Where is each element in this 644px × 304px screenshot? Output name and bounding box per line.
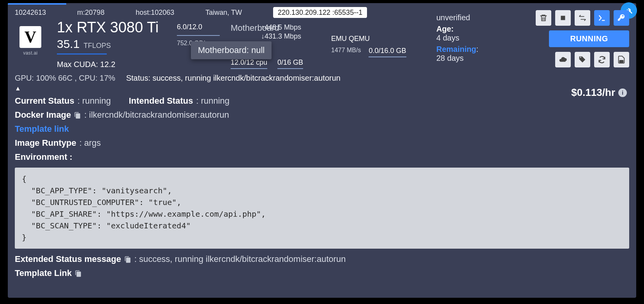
max-cuda: Max CUDA: 12.2 (57, 60, 166, 69)
svg-rect-0 (561, 16, 565, 20)
action-row-2 (555, 52, 629, 67)
provider-logo: V vast.ai (15, 26, 46, 69)
intended-status-label: Intended Status (129, 96, 193, 106)
extended-status-value: : success, running ilkercndk/bitcrackran… (134, 254, 346, 264)
usage-line: GPU: 100% 66C , CPU: 17% Status: success… (15, 74, 629, 83)
status-text: Status: success, running ilkercndk/bitcr… (126, 74, 341, 82)
svg-rect-1 (619, 60, 623, 63)
pcie-bar (177, 35, 220, 36)
intended-status-value: : running (196, 96, 229, 106)
action-row-1 (536, 10, 629, 26)
remaining-label: Remaining (436, 45, 476, 53)
tflops: 35.1 TFLOPS (57, 37, 166, 51)
accent-strip (8, 3, 66, 5)
logs-button[interactable] (614, 52, 629, 67)
ram-bar (277, 68, 303, 69)
running-badge: RUNNING (549, 30, 629, 47)
disk-bw: 1477 MB/s (331, 47, 361, 57)
details: Current Status : running Intended Status… (15, 96, 629, 278)
copy-docker-button[interactable] (74, 110, 81, 120)
terminal-button[interactable] (594, 10, 610, 26)
docker-image-value: : ilkercndk/bitcrackrandomiser:autorun (84, 110, 229, 120)
logo-box: V (19, 26, 41, 48)
cpu-ratio: 12.0/12 cpu (231, 58, 267, 67)
gpu-cpu-usage: GPU: 100% 66C , CPU: 17% (15, 74, 115, 82)
instance-card: 10242613 m:20798 host:102063 Taiwan, TW … (8, 3, 636, 298)
age-column: unverified Age: 4 days Remaining: 28 day… (436, 13, 495, 63)
runtype-label: Image Runtype (15, 138, 76, 148)
pcie-ratio: 6.0/12.0 (177, 23, 220, 31)
ip-badge[interactable]: 220.130.209.122 :65535--1 (273, 7, 367, 18)
current-status-value: : running (78, 96, 111, 106)
instance-id: 10242613 (15, 9, 46, 17)
logo-caption: vast.ai (23, 50, 37, 56)
tag-button[interactable] (575, 52, 590, 67)
gpu-column: 1x RTX 3080 Ti 35.1 TFLOPS Max CUDA: 12.… (57, 19, 166, 69)
template-link[interactable]: Template link (15, 124, 69, 134)
tflops-bar (57, 53, 107, 55)
stop-button[interactable] (555, 10, 571, 26)
ram-ratio: 0/16 GB (277, 58, 303, 67)
cpu-bar (231, 68, 267, 69)
virt-label: EMU QEMU (331, 35, 409, 43)
info-icon[interactable]: i (618, 88, 627, 97)
copy-template-button[interactable] (75, 268, 82, 278)
net-up: ↑448.5 Mbps (261, 23, 316, 32)
transfer-button[interactable] (575, 10, 590, 26)
verified-status: unverified (436, 13, 495, 22)
price-value: $0.113/hr (571, 87, 615, 99)
extended-status-label: Extended Status message (15, 254, 121, 264)
environment-json[interactable]: { "BC_APP_TYPE": "vanitysearch", "BC_UNT… (15, 168, 629, 249)
refresh-button[interactable] (594, 52, 610, 67)
pcie-column: 6.0/12.0 752.0 GB/s (177, 19, 220, 69)
docker-image-label: Docker Image (15, 110, 71, 120)
template-link-2-label: Template Link (15, 268, 72, 278)
copy-status-button[interactable] (124, 254, 131, 264)
ssh-key-button[interactable] (614, 10, 629, 26)
net-down: ↓431.3 Mbps (261, 32, 316, 41)
tflops-value: 35.1 (57, 37, 79, 51)
tflops-label: TFLOPS (83, 42, 111, 50)
delete-button[interactable] (536, 10, 551, 26)
env-label: Environment : (15, 152, 72, 162)
collapse-toggle[interactable]: ▲ (15, 85, 629, 92)
current-status-label: Current Status (15, 96, 74, 106)
age-value: 4 days (436, 34, 495, 42)
disk-ratio: 0.0/16.0 GB (369, 47, 406, 55)
network-column: ↑448.5 Mbps ↓431.3 Mbps (261, 22, 316, 41)
age-label: Age: (436, 25, 495, 34)
remaining-value: 28 days (436, 54, 495, 63)
machine-id: m:20798 (77, 9, 104, 17)
disk-bar (369, 57, 406, 57)
location: Taiwan, TW (205, 9, 242, 17)
cloud-button[interactable] (555, 52, 571, 67)
host-id: host:102063 (136, 9, 174, 17)
gpu-name: 1x RTX 3080 Ti (57, 19, 166, 36)
price-row: $0.113/hr i (571, 87, 627, 99)
runtype-value: : args (79, 138, 101, 148)
disk-column: EMU QEMU 1477 MB/s 0.0/16.0 GB (331, 19, 409, 69)
actions-panel: RUNNING (536, 10, 629, 67)
pcie-bw: 752.0 GB/s (177, 40, 220, 47)
